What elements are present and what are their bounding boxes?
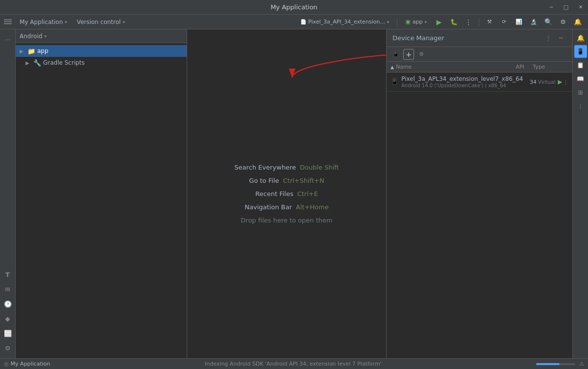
- device-panel-title: Device Manager: [392, 34, 541, 42]
- device-panel-options-btn[interactable]: ⋮: [543, 33, 554, 44]
- add-device-btn[interactable]: +: [403, 49, 414, 60]
- minimize-btn[interactable]: ─: [544, 0, 559, 15]
- tree-expand-icon: ▶: [20, 49, 25, 54]
- more-menu-button[interactable]: ⋮: [462, 16, 475, 28]
- status-warning-icon: ⚠: [579, 361, 584, 367]
- progress-fill: [536, 363, 560, 365]
- device-sidebar-icon[interactable]: 📱: [574, 45, 587, 58]
- progress-bar: [536, 363, 575, 365]
- project-tree: ▶ 📁 app ▶ 🔧 Gradle Scripts: [16, 43, 187, 358]
- status-bar-right: ⚠: [536, 361, 584, 367]
- folder-icon: 📁: [27, 48, 35, 55]
- build-button[interactable]: ⚒: [483, 16, 496, 28]
- tree-item-gradle[interactable]: ▶ 🔧 Gradle Scripts: [16, 57, 187, 69]
- shortcut-search: Search Everywhere Double Shift: [234, 164, 339, 171]
- chevron-down-icon: ▾: [424, 20, 427, 25]
- left-sidebar-top: ⋯: [1, 31, 14, 268]
- book-sidebar-icon[interactable]: 📖: [574, 73, 587, 85]
- sidebar-gem-icon[interactable]: ◆: [1, 312, 14, 325]
- device-sub-name: Android 14.0 ('UpsideDownCake') | x86_64: [401, 83, 523, 88]
- left-sidebar: ⋯ T ✉ 🕐 ◆ ⬜ ⚙: [0, 29, 16, 358]
- shortcut-key: Double Shift: [300, 164, 339, 171]
- device-toolbar: 📱 + ⚙: [387, 47, 572, 62]
- empty-editor: Search Everywhere Double Shift Go to Fil…: [187, 29, 386, 358]
- profile-button[interactable]: 📊: [513, 16, 525, 28]
- device-phone-icon: 📱: [391, 78, 398, 86]
- chevron-down-icon: ▾: [44, 34, 47, 39]
- device-more-btn[interactable]: ⋮: [563, 76, 568, 87]
- project-panel-header: Android ▾: [16, 29, 187, 43]
- window-title: My Application: [270, 3, 318, 11]
- android-icon: ▣: [405, 19, 410, 25]
- main-content: Search Everywhere Double Shift Go to Fil…: [187, 29, 386, 358]
- sidebar-mail-icon[interactable]: ✉: [1, 283, 14, 295]
- sidebar-text-icon[interactable]: T: [1, 268, 14, 281]
- name-column-header[interactable]: ▲ Name: [391, 64, 505, 70]
- logcat-sidebar-icon[interactable]: 📋: [574, 59, 587, 72]
- hamburger-menu[interactable]: [4, 18, 12, 26]
- device-row[interactable]: 📱 Pixel_3a_APL34_extension_level7_x86_64…: [387, 73, 572, 92]
- separator: [397, 18, 397, 26]
- project-panel: Android ▾ ▶ 📁 app ▶ 🔧 Gradle Scripts: [16, 29, 187, 358]
- gradle-icon: 🔧: [33, 59, 41, 67]
- more-sidebar-icon[interactable]: ⋮: [574, 100, 587, 113]
- right-sidebar: 🔔 📱 📋 📖 ⊞ ⋮: [572, 29, 588, 358]
- shortcut-label: Navigation Bar: [245, 203, 292, 211]
- sdk-button[interactable]: 🔬: [527, 16, 540, 28]
- debug-button[interactable]: 🐛: [447, 16, 460, 28]
- shortcut-recent: Recent Files Ctrl+E: [255, 190, 318, 197]
- device-main-name: Pixel_3a_APL34_extension_level7_x86_64: [401, 75, 523, 82]
- device-settings-btn[interactable]: ⚙: [416, 49, 427, 60]
- tree-expand-icon: ▶: [25, 60, 31, 66]
- shortcut-key: Ctrl+Shift+N: [283, 177, 324, 184]
- sidebar-gear-icon[interactable]: ⚙: [1, 342, 14, 354]
- search-button[interactable]: 🔍: [542, 16, 555, 28]
- tree-item-app[interactable]: ▶ 📁 app: [16, 45, 187, 57]
- device-manager-panel: Device Manager ⋮ ─ 📱 + ⚙ ▲ Name API Type…: [386, 29, 572, 358]
- main-layout: ⋯ T ✉ 🕐 ◆ ⬜ ⚙ Android ▾ ▶ 📁 app ▶ �: [0, 29, 588, 358]
- sidebar-clock-icon[interactable]: 🕐: [1, 297, 14, 310]
- status-bar-left: ◎ My Application: [4, 361, 50, 367]
- status-circle-icon: ◎: [4, 361, 9, 367]
- sync-button[interactable]: ⟳: [498, 16, 511, 28]
- file-tab[interactable]: 📄 Pixel_3a_API_34_extension... ▾: [296, 18, 393, 26]
- app-menu-item[interactable]: My Application ▾: [16, 18, 71, 26]
- shortcut-label: Search Everywhere: [234, 164, 296, 171]
- device-panel-header: Device Manager ⋮ ─: [387, 29, 572, 47]
- separator: [479, 18, 479, 26]
- device-type-btn[interactable]: 📱: [391, 49, 401, 60]
- shortcut-key: Alt+Home: [296, 203, 329, 211]
- chevron-down-icon: ▾: [65, 20, 67, 25]
- shortcut-label: Recent Files: [255, 190, 294, 197]
- toolbar-right: 📄 Pixel_3a_API_34_extension... ▾ ▣ app ▾…: [296, 16, 584, 28]
- version-control-menu-item[interactable]: Version control ▾: [73, 18, 129, 26]
- device-table-header: ▲ Name API Type: [387, 62, 572, 73]
- device-api-value: 34: [523, 79, 537, 85]
- app-dropdown[interactable]: ▣ app ▾: [401, 18, 431, 26]
- settings-button[interactable]: ⚙: [557, 16, 569, 28]
- sort-arrow-icon: ▲: [391, 65, 394, 70]
- status-bar: ◎ My Application Indexing Android SDK 'A…: [0, 358, 588, 369]
- drop-hint: Drop files here to open them: [241, 217, 332, 224]
- api-column-header: API: [505, 64, 524, 70]
- device-run-btn[interactable]: ▶: [557, 77, 563, 86]
- close-btn[interactable]: ✕: [573, 0, 588, 15]
- sidebar-box-icon[interactable]: ⬜: [1, 327, 14, 340]
- file-icon: 📄: [300, 19, 306, 25]
- device-name-info: Pixel_3a_APL34_extension_level7_x86_64 A…: [401, 75, 523, 88]
- tree-item-label: app: [37, 48, 49, 54]
- layout-sidebar-icon[interactable]: ⊞: [574, 86, 587, 99]
- menu-bar: My Application ▾ Version control ▾ 📄 Pix…: [0, 15, 588, 29]
- type-column-header: Type: [524, 64, 554, 70]
- android-label: Android: [20, 33, 42, 40]
- status-app-name[interactable]: My Application: [11, 361, 50, 367]
- chevron-down-icon: ▾: [387, 20, 390, 25]
- run-button[interactable]: ▶: [433, 16, 445, 28]
- notification-button[interactable]: 🔔: [571, 16, 584, 28]
- title-bar: My Application ─ □ ✕: [0, 0, 588, 15]
- restore-btn[interactable]: □: [559, 0, 573, 15]
- device-panel-minimize-btn[interactable]: ─: [556, 33, 566, 44]
- sidebar-dots-icon[interactable]: ⋯: [1, 33, 14, 46]
- shortcut-label: Go to File: [249, 177, 279, 184]
- notification-sidebar-icon[interactable]: 🔔: [574, 31, 587, 44]
